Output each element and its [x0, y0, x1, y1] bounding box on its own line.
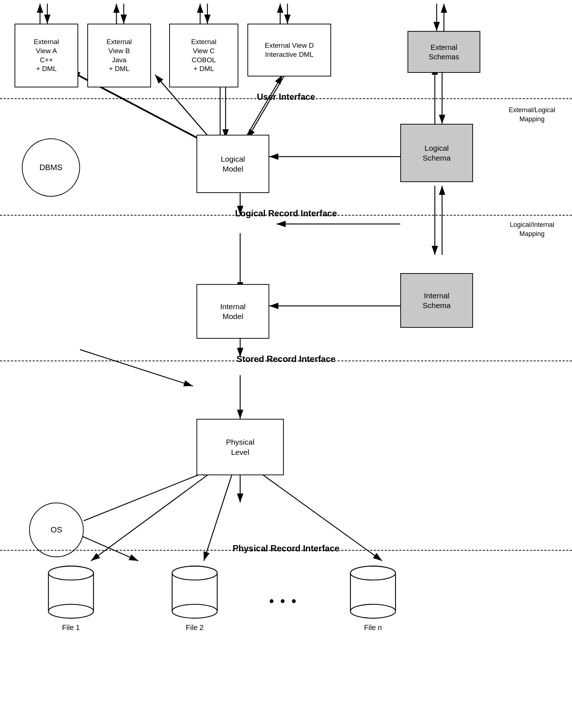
file2-label: File 2 [186, 623, 204, 632]
internal-model-box: InternalModel [196, 284, 269, 339]
stored-record-interface-label: Stored Record Interface [0, 354, 572, 364]
external-view-b-label: ExternalView BJava+ DML [107, 38, 132, 74]
internal-schema-box: InternalSchema [400, 273, 473, 328]
external-view-c-label: ExternalView CCOBOL+ DML [191, 38, 217, 74]
svg-point-45 [172, 566, 217, 580]
physical-level-box: PhysicalLevel [196, 419, 284, 475]
file1-cylinder: File 1 [44, 563, 98, 635]
file1-label: File 1 [62, 623, 80, 632]
external-view-b-box: ExternalView BJava+ DML [87, 24, 151, 87]
logical-record-interface-label: Logical Record Interface [0, 208, 572, 219]
os-label: OS [51, 525, 62, 535]
ellipsis-dots: • • • [269, 594, 298, 609]
physical-level-label: PhysicalLevel [226, 437, 254, 457]
file2-cylinder: File 2 [167, 563, 222, 635]
dbms-circle: DBMS [22, 138, 80, 197]
external-view-d-box: External View DInteractive DML [247, 24, 331, 76]
logical-schema-label: LogicalSchema [422, 143, 450, 163]
external-logical-mapping-label: External/Logical Mapping [499, 106, 565, 124]
svg-point-40 [48, 604, 94, 618]
external-view-d-label: External View DInteractive DML [265, 41, 314, 59]
filen-label: File n [364, 623, 382, 632]
external-schemas-label: ExternalSchemas [429, 43, 459, 62]
logical-model-label: LogicalModel [221, 154, 245, 174]
physical-record-interface-label: Physical Record Interface [0, 543, 572, 554]
svg-line-37 [84, 470, 211, 521]
external-view-a-label: External View A C++ + DML [34, 38, 59, 74]
svg-point-48 [350, 604, 396, 618]
external-view-a-box: External View A C++ + DML [15, 24, 78, 87]
dbms-label: DBMS [39, 163, 63, 172]
svg-point-44 [172, 604, 217, 618]
svg-point-49 [350, 566, 396, 580]
internal-model-label: InternalModel [220, 302, 246, 322]
internal-schema-label: InternalSchema [422, 291, 450, 311]
svg-point-41 [48, 566, 94, 580]
logical-model-box: LogicalModel [196, 135, 269, 193]
diagram-container: External View A C++ + DML ExternalView B… [0, 0, 572, 728]
svg-line-19 [246, 75, 282, 137]
svg-line-18 [247, 76, 284, 138]
logical-schema-box: LogicalSchema [400, 124, 473, 182]
external-view-c-box: ExternalView CCOBOL+ DML [169, 24, 238, 87]
logical-internal-mapping-label: Logical/Internal Mapping [499, 220, 565, 239]
filen-cylinder: File n [346, 563, 400, 635]
user-interface-label: User Interface [0, 92, 572, 102]
external-schemas-box: ExternalSchemas [408, 31, 480, 73]
